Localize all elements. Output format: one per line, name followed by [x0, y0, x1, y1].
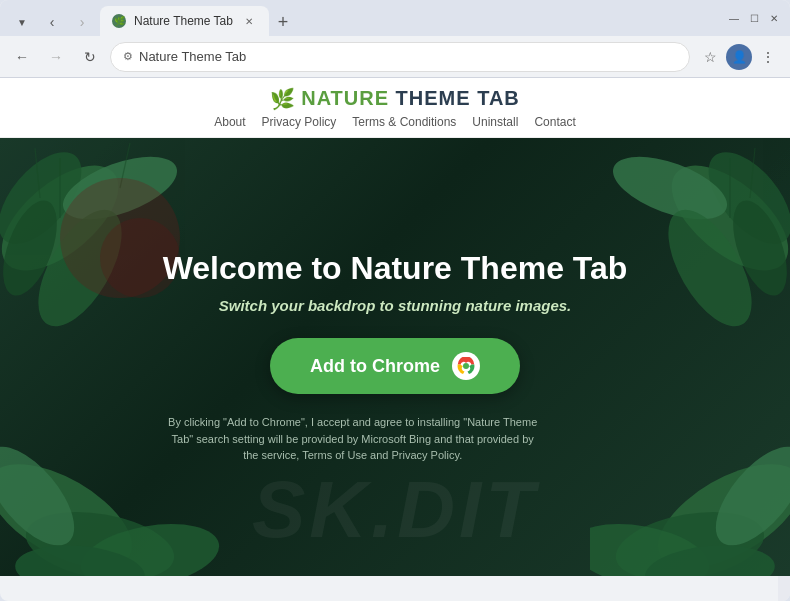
tab-title: Nature Theme Tab [134, 14, 233, 28]
back-btn[interactable]: ← [8, 43, 36, 71]
tab-bar: ▼ ‹ › 🌿 Nature Theme Tab ✕ + [8, 0, 722, 36]
title-bar: ▼ ‹ › 🌿 Nature Theme Tab ✕ + — ☐ ✕ [0, 0, 790, 36]
close-btn[interactable]: ✕ [766, 10, 782, 26]
nav-actions: ☆ 👤 ⋮ [696, 43, 782, 71]
tab-favicon: 🌿 [112, 14, 126, 28]
new-tab-btn[interactable]: + [269, 8, 297, 36]
site-logo: 🌿 NATURE THEME TAB [270, 87, 520, 111]
logo-leaf-icon: 🌿 [270, 87, 295, 111]
svg-point-25 [463, 363, 469, 369]
nav-bar: ← → ↻ ⚙ Nature Theme Tab ☆ 👤 ⋮ [0, 36, 790, 78]
nav-terms[interactable]: Terms & Conditions [352, 115, 456, 129]
hero-title: Welcome to Nature Theme Tab [163, 250, 628, 287]
address-icon: ⚙ [123, 50, 133, 63]
hero-content: Welcome to Nature Theme Tab Switch your … [163, 250, 628, 464]
browser-frame: ▼ ‹ › 🌿 Nature Theme Tab ✕ + — ☐ ✕ ← → ↻… [0, 0, 790, 601]
minimize-btn[interactable]: — [726, 10, 742, 26]
tab-forward-btn[interactable]: › [68, 8, 96, 36]
logo-nature: NATURE THEME TAB [301, 87, 520, 110]
hero-subtitle: Switch your backdrop to stunning nature … [163, 297, 628, 314]
bookmark-btn[interactable]: ☆ [696, 43, 724, 71]
add-to-chrome-button[interactable]: Add to Chrome [270, 338, 520, 394]
chrome-icon [452, 352, 480, 380]
menu-btn[interactable]: ⋮ [754, 43, 782, 71]
add-chrome-label: Add to Chrome [310, 356, 440, 377]
tab-close-btn[interactable]: ✕ [241, 13, 257, 29]
address-bar[interactable]: ⚙ Nature Theme Tab [110, 42, 690, 72]
hero-section: SK.DIT Welcome to Nature Theme Tab Switc… [0, 138, 790, 576]
nav-about[interactable]: About [214, 115, 245, 129]
tab-dropdown-btn[interactable]: ▼ [8, 8, 36, 36]
refresh-btn[interactable]: ↻ [76, 43, 104, 71]
active-tab[interactable]: 🌿 Nature Theme Tab ✕ [100, 6, 269, 36]
page-content: 🌿 NATURE THEME TAB About Privacy Policy … [0, 78, 790, 601]
tab-back-btn[interactable]: ‹ [38, 8, 66, 36]
watermark: SK.DIT [252, 464, 538, 556]
site-nav: About Privacy Policy Terms & Conditions … [214, 115, 575, 129]
window-controls: — ☐ ✕ [726, 10, 782, 26]
nav-uninstall[interactable]: Uninstall [472, 115, 518, 129]
forward-btn[interactable]: → [42, 43, 70, 71]
nav-contact[interactable]: Contact [534, 115, 575, 129]
address-text: Nature Theme Tab [139, 49, 677, 64]
profile-btn[interactable]: 👤 [726, 44, 752, 70]
nav-privacy[interactable]: Privacy Policy [262, 115, 337, 129]
maximize-btn[interactable]: ☐ [746, 10, 762, 26]
disclaimer-text: By clicking "Add to Chrome", I accept an… [163, 414, 543, 464]
site-header: 🌿 NATURE THEME TAB About Privacy Policy … [0, 78, 790, 138]
